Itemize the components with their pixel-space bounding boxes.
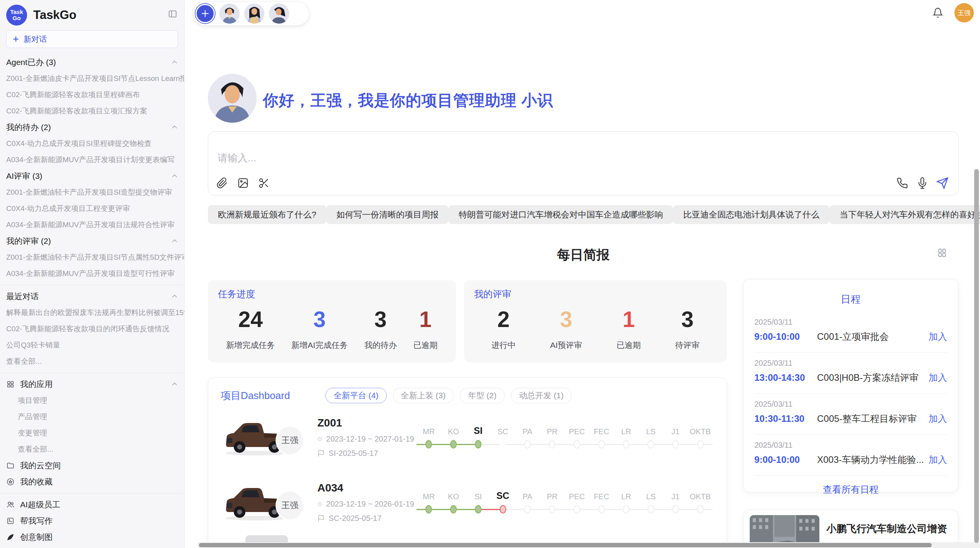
chevron-up-icon [171,173,178,180]
join-link[interactable]: 加入 [929,454,947,466]
sidebar-item[interactable]: Z001-全新燃油轻卡产品开发项目SI造型提交物评审 [0,184,184,200]
sidebar-item[interactable]: A034-全新新能源MUV产品开发项目法规符合性评审 [0,217,184,233]
filter-chip[interactable]: 全新上装 (3) [393,388,454,403]
event-name: C001-立项审批会 [817,331,929,343]
suggestion-chip[interactable]: 欧洲新规最近颁布了什么? [208,205,326,224]
main-area: 王强 你好，王强，我是你的项目管理助理 小识 [185,0,980,548]
milestone-dot [697,440,704,449]
attachment-paperclip-icon[interactable] [216,176,229,190]
filter-chip[interactable]: 全新平台 (4) [326,388,387,403]
sidebar-item-view-all[interactable]: 查看全部... [0,353,184,370]
milestone-dot [598,505,605,514]
event-date: 2025/03/11 [754,400,947,409]
sidebar-item[interactable]: Z001-全新燃油皮卡产品开发项目SI节点Lesson Learn报告 [0,70,184,87]
schedule-title: 日程 [754,293,947,306]
suggestion-chip[interactable]: 如何写一份清晰的项目周报 [326,205,449,224]
horizontal-scrollbar[interactable] [199,543,932,547]
sidebar-item-my-apps[interactable]: 我的应用 [0,376,184,392]
sidebar-item-favorites[interactable]: 我的收藏 [0,474,184,490]
microphone-icon[interactable] [916,176,929,190]
join-link[interactable]: 加入 [929,413,947,425]
join-link[interactable]: 加入 [929,372,947,384]
stat-pending-review: 3 待评审 [675,306,700,351]
sidebar-item-cloud-space[interactable]: 我的云空间 [0,457,184,474]
join-link[interactable]: 加入 [929,331,947,343]
voice-call-icon[interactable] [896,176,909,190]
layout-grid-icon[interactable] [937,248,947,258]
milestone-dot [648,440,654,449]
sidebar-item-view-all-apps[interactable]: 查看全部... [0,441,184,457]
sidebar-item[interactable]: C0X4-动力总成开发项目工程变更评审 [0,200,184,217]
milestone-si: SI [466,489,491,516]
milestone-oktb: OKTB [688,489,713,516]
event-name: X003-车辆动力学性能验... [817,454,929,466]
section-header-ai-review[interactable]: AI评审 (3) [0,168,184,184]
filter-chip[interactable]: 动总开发 (1) [511,388,572,403]
project-row[interactable]: 王强 Z001 2023-12-19 ~ 2027-01-19 SI-2025-… [221,406,714,468]
section-header-my-review[interactable]: 我的评审 (2) [0,233,184,249]
project-owner-badge: 王强 [276,490,304,521]
chevron-up-icon [171,293,178,300]
schedule-event: 2025/03/11 9:00-10:00 X003-车辆动力学性能验... 加… [754,434,947,475]
milestone-dot [697,505,704,514]
vertical-scrollbar[interactable] [974,169,979,543]
new-chat-button[interactable]: 新对话 [6,30,178,48]
view-all-schedule-link[interactable]: 查看所有日程 [754,475,947,496]
sidebar-item[interactable]: A034-全新新能源MUV产品开发项目计划变更表编写 [0,152,184,168]
project-row[interactable]: 王强 A034 2023-12-19 ~ 2026-01-19 SC-2025-… [221,471,714,533]
assistant-hero-avatar [208,74,257,123]
milestone-dot [672,440,679,449]
sidebar-item-creative-drawing[interactable]: 创意制图 [0,529,184,545]
milestone-oktb: OKTB [688,424,713,451]
assistant-avatar[interactable] [244,3,264,24]
user-avatar[interactable]: 王强 [954,3,974,22]
suggestion-chip[interactable]: 特朗普可能对进口汽车增税会对中国车企造成哪些影响 [449,205,673,224]
assistant-switcher [193,2,309,26]
section-header-my-todo[interactable]: 我的待办 (2) [0,119,184,135]
milestone-fec: FEC [589,489,614,516]
quill-pen-icon [6,533,15,541]
task-progress-card: 任务进度 24 新增完成任务 3 新增AI完成任务 3 我的待办 1 已逾期 [208,280,456,363]
sidebar-item-app[interactable]: 项目管理 [0,392,184,409]
section-header-recent-chats[interactable]: 最近对话 [0,288,184,305]
project-date-range: 2023-12-19 ~ 2026-01-19 [326,500,414,509]
milestone-dot [425,440,432,449]
sidebar-item[interactable]: C02-飞腾新能源轻客改款项目的闭环通告反馈情况 [0,321,184,337]
sidebar-item[interactable]: C02-飞腾新能源轻客改款项目立项汇报方案 [0,103,184,119]
notification-bell-icon[interactable] [931,6,944,19]
sidebar-item[interactable]: C0X4-动力总成开发项目SI里程碑提交物检查 [0,135,184,152]
milestone-dot [574,440,580,449]
insert-image-icon[interactable] [236,176,250,190]
suggestion-chip[interactable]: 当下年轻人对汽车外观有怎样的喜好趋势 [829,205,980,224]
send-icon[interactable] [936,176,949,190]
filter-chip[interactable]: 年型 (2) [460,388,505,403]
image-note-icon [6,517,15,525]
event-date: 2025/03/11 [754,359,947,368]
sidebar-item[interactable]: 解释最新出台的欧盟报废车法规再生塑料比例被调至15%... [0,305,184,321]
assistant-avatar[interactable] [269,3,289,24]
sidebar-item[interactable]: Z001-全新燃油轻卡产品开发项目SI节点属性5D文件评审 [0,249,184,265]
chevron-up-icon [171,124,178,131]
sidebar-item-help-me-write[interactable]: 帮我写作 [0,513,184,529]
chat-composer [208,131,959,195]
sidebar-item[interactable]: C02-飞腾新能源轻客改款项目里程碑画布 [0,87,184,103]
sidebar-item[interactable]: A034-全新新能源MUV产品开发项目造型可行性评审 [0,265,184,282]
assistant-avatar[interactable] [219,3,240,24]
suggestion-chip[interactable]: 比亚迪全固态电池计划具体说了什么 [673,205,829,224]
sidebar-item-app[interactable]: 产品管理 [0,409,184,425]
scissors-icon[interactable] [257,176,271,190]
milestone-dot [672,505,679,514]
sidebar-item-ai-super-staff[interactable]: AI超级员工 [0,497,184,513]
section-header-agent-done[interactable]: Agent已办 (3) [0,54,184,70]
chat-input[interactable] [217,152,799,164]
schedule-card: 日程 2025/03/11 9:00-10:00 C001-立项审批会 加入 2… [743,279,958,492]
taskgo-logo-icon: TaskGo [6,5,27,26]
add-assistant-button[interactable] [195,4,215,23]
sidebar-item[interactable]: 公司Q3轻卡销量 [0,337,184,353]
milestone-dot [623,440,629,449]
sidebar-collapse-icon[interactable] [168,9,177,19]
sidebar-item-app[interactable]: 变更管理 [0,425,184,441]
milestone-dot [598,440,605,449]
stat-in-progress: 2 进行中 [491,306,516,351]
chevron-up-icon [171,59,178,66]
